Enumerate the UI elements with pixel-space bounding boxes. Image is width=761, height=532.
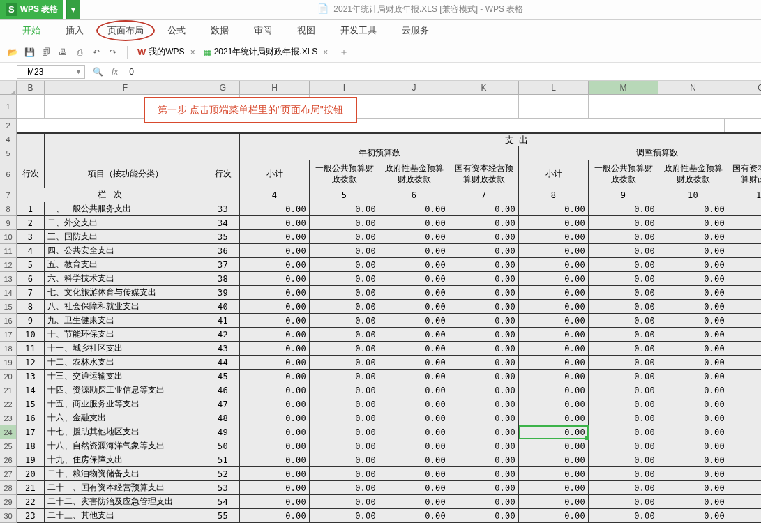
project-name[interactable]: 二、外交支出 — [45, 216, 206, 230]
select-all-corner[interactable] — [0, 81, 17, 94]
redo-icon[interactable]: ↷ — [107, 46, 119, 59]
value-cell[interactable]: 0.00 — [310, 356, 379, 370]
value-cell[interactable]: 0.00 — [449, 356, 519, 370]
lan-4[interactable]: 4 — [240, 188, 310, 202]
value-cell[interactable]: 0.00 — [310, 425, 379, 439]
value-cell[interactable]: 0.00 — [449, 439, 519, 453]
value-cell[interactable]: 0.00 — [379, 328, 449, 342]
row-index[interactable]: 21 — [17, 481, 45, 495]
value-cell[interactable]: 0.00 — [449, 509, 519, 523]
value-cell[interactable]: 0.00 — [519, 230, 589, 244]
value-cell[interactable]: 0.00 — [449, 272, 519, 286]
lan-8[interactable]: 8 — [519, 188, 589, 202]
value-cell[interactable]: 0.00 — [519, 272, 589, 286]
cell[interactable] — [206, 146, 240, 160]
value-cell[interactable]: 0.00 — [379, 495, 449, 509]
header-col2[interactable]: 政府性基金预算财政拨款 — [379, 160, 449, 188]
value-cell[interactable]: 0.00 — [449, 481, 519, 495]
value-cell[interactable]: 0.00 — [310, 244, 379, 258]
value-cell[interactable]: 0.00 — [379, 300, 449, 314]
cell[interactable] — [17, 146, 45, 160]
col-header[interactable]: J — [379, 81, 449, 94]
value-cell[interactable]: 0.00 — [519, 216, 589, 230]
project-name[interactable]: 二十一、国有资本经营预算支出 — [45, 481, 206, 495]
value-cell[interactable]: 0.00 — [519, 370, 589, 383]
value-cell[interactable]: 0.00 — [658, 356, 728, 370]
tab-mywps[interactable]: W 我的WPS × — [133, 43, 199, 61]
value-cell[interactable]: 0.0 — [728, 383, 761, 397]
name-box[interactable]: M23 ▼ — [17, 65, 85, 79]
row-index[interactable]: 13 — [17, 370, 45, 383]
value-cell[interactable]: 0.00 — [658, 314, 728, 328]
col-header[interactable]: I — [310, 81, 379, 94]
value-cell[interactable]: 0.00 — [519, 286, 589, 300]
value-cell[interactable]: 0.00 — [658, 383, 728, 397]
close-tab-icon[interactable]: × — [190, 47, 195, 57]
value-cell[interactable]: 0.00 — [310, 314, 379, 328]
print-icon[interactable]: 🖶 — [56, 46, 69, 59]
value-cell[interactable]: 0.00 — [449, 467, 519, 481]
row-index2[interactable]: 50 — [206, 439, 240, 453]
value-cell[interactable]: 0.00 — [589, 258, 658, 272]
value-cell[interactable]: 0.00 — [379, 453, 449, 467]
value-cell[interactable]: 0.00 — [240, 425, 310, 439]
zoom-icon[interactable]: 🔍 — [88, 67, 107, 77]
value-cell[interactable]: 0.00 — [449, 453, 519, 467]
value-cell[interactable]: 0.00 — [310, 230, 379, 244]
header-rownum[interactable]: 行次 — [17, 160, 45, 188]
row-index2[interactable]: 48 — [206, 411, 240, 425]
cell[interactable] — [206, 188, 240, 202]
row-index[interactable]: 18 — [17, 439, 45, 453]
value-cell[interactable]: 0.0 — [728, 230, 761, 244]
row-header[interactable]: 23 — [0, 411, 17, 425]
row-index2[interactable]: 36 — [206, 244, 240, 258]
row-header[interactable]: 2 — [0, 119, 17, 132]
value-cell[interactable]: 0.00 — [379, 202, 449, 216]
value-cell[interactable]: 0.00 — [240, 383, 310, 397]
value-cell[interactable]: 0.00 — [310, 370, 379, 383]
value-cell[interactable]: 0.00 — [379, 216, 449, 230]
col-header[interactable]: K — [449, 81, 519, 94]
row-header[interactable]: 12 — [0, 258, 17, 272]
value-cell[interactable]: 0.00 — [519, 453, 589, 467]
header-rownum2[interactable]: 行次 — [206, 160, 240, 188]
value-cell[interactable]: 0.00 — [449, 258, 519, 272]
project-name[interactable]: 二十三、其他支出 — [45, 509, 206, 523]
project-name[interactable]: 七、文化旅游体育与传媒支出 — [45, 286, 206, 300]
menu-view[interactable]: 视图 — [285, 20, 328, 41]
value-cell[interactable]: 0.00 — [379, 286, 449, 300]
value-cell[interactable]: 0.00 — [449, 383, 519, 397]
header-adjusted[interactable]: 调整预算数 — [519, 146, 761, 160]
header-subtotal[interactable]: 小计 — [240, 160, 310, 188]
value-cell[interactable]: 0.0 — [728, 411, 761, 425]
value-cell[interactable]: 0.00 — [449, 230, 519, 244]
row-index2[interactable]: 51 — [206, 453, 240, 467]
value-cell[interactable]: 0.00 — [310, 467, 379, 481]
row-header[interactable]: 11 — [0, 244, 17, 258]
value-cell[interactable]: 0.00 — [658, 216, 728, 230]
value-cell[interactable]: 0.00 — [379, 397, 449, 411]
row-index2[interactable]: 33 — [206, 202, 240, 216]
title-cell[interactable]: 财 — [728, 95, 761, 119]
row-index2[interactable]: 43 — [206, 342, 240, 356]
value-cell[interactable]: 0.0 — [728, 495, 761, 509]
value-cell[interactable]: 0.00 — [589, 481, 658, 495]
row-header[interactable]: 24 — [0, 425, 17, 439]
value-cell[interactable]: 0.00 — [589, 300, 658, 314]
project-name[interactable]: 四、公共安全支出 — [45, 244, 206, 258]
value-cell[interactable]: 0.00 — [658, 230, 728, 244]
value-cell[interactable]: 0.00 — [240, 495, 310, 509]
header-col1[interactable]: 一般公共预算财政拨款 — [310, 160, 379, 188]
value-cell[interactable]: 0.00 — [379, 411, 449, 425]
col-header[interactable]: N — [658, 81, 728, 94]
value-cell[interactable]: 0.00 — [658, 439, 728, 453]
value-cell[interactable]: 0.00 — [658, 411, 728, 425]
project-name[interactable]: 十、节能环保支出 — [45, 328, 206, 342]
value-cell[interactable]: 0.00 — [310, 342, 379, 356]
value-cell[interactable]: 0.00 — [449, 495, 519, 509]
value-cell[interactable]: 0.00 — [240, 356, 310, 370]
row-index2[interactable]: 41 — [206, 314, 240, 328]
value-cell[interactable]: 0.00 — [449, 286, 519, 300]
row-index[interactable]: 6 — [17, 272, 45, 286]
header-project[interactable]: 项目（按功能分类） — [45, 160, 206, 188]
